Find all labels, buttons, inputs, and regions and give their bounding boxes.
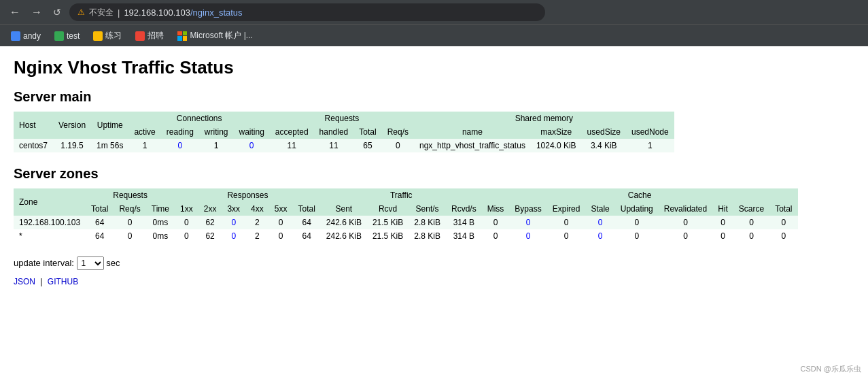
cell-expired: 0 [547,229,586,243]
cell-updating: 0 [615,216,659,229]
cell-r5xx: 0 [269,216,293,229]
cell-r5xx: 0 [269,229,293,243]
cell-reqps: 0 [114,216,145,229]
col-requests-group: Requests [86,188,175,202]
update-interval-select[interactable]: 125103060 [77,256,104,270]
cell-time: 0ms [146,229,175,243]
zones-header-row-2: Total Req/s Time 1xx 2xx 3xx 4xx 5xx Tot… [14,202,798,216]
bookmark-andy[interactable]: andy [5,29,46,44]
address-bar[interactable]: ⚠ 不安全 | 192.168.100.103/nginx_status [69,3,545,21]
col-miss: Miss [482,202,510,216]
cell-r2xx: 62 [198,216,222,229]
col-zreqps: Req/s [114,202,145,216]
zones-header-row-1: Zone Requests Responses Traffic Cache [14,188,798,202]
bookmark-microsoft[interactable]: Microsoft 帐户 |... [172,27,258,44]
url-separator: | [118,7,120,18]
cell-total: 64 [86,229,114,243]
cell-r4xx: 2 [245,229,269,243]
col-ztime: Time [146,202,175,216]
col-stale: Stale [585,202,614,216]
cell-usednode: 1 [626,139,674,152]
cell-rcvdps: 314 B [446,229,482,243]
back-button[interactable]: ← [7,3,23,21]
bookmark-job-icon [135,31,145,41]
bookmark-practice-label: 练习 [105,30,122,42]
cell-miss: 0 [482,216,510,229]
cell-rcvdps: 314 B [446,216,482,229]
col-host: Host [14,112,53,139]
json-link[interactable]: JSON [14,277,35,286]
update-interval-container: update interval: 125103060 sec [14,256,854,270]
page-title: Nginx Vhost Traffic Status [14,57,854,78]
col-traffic-group: Traffic [321,188,482,202]
cell-reqps: 0 [382,139,414,152]
col-r3xx: 3xx [222,202,245,216]
cell-updating: 0 [615,229,659,243]
cell-r1xx: 0 [175,229,198,243]
col-rcvd: Rcvd [367,202,409,216]
col-responses-group: Responses [175,188,321,202]
bookmark-test-label: test [67,31,80,41]
col-handled: handled [314,125,354,139]
col-rtotal: Total [292,202,320,216]
cell-rcvd: 21.5 KiB [367,216,409,229]
server-main-heading: Server main [14,89,854,105]
forward-button[interactable]: → [29,3,45,21]
col-updating: Updating [615,202,659,216]
cell-sent: 242.6 KiB [321,216,367,229]
col-zone: Zone [14,188,86,216]
bookmark-job[interactable]: 招聘 [130,27,169,44]
page-content: Nginx Vhost Traffic Status Server main H… [0,46,868,297]
server-zones-heading: Server zones [14,166,854,182]
cell-ctotal: 0 [769,229,797,243]
col-r1xx: 1xx [175,202,198,216]
col-sent: Sent [321,202,367,216]
refresh-button[interactable]: ↺ [50,4,64,20]
security-warning-icon: ⚠ [77,7,85,17]
col-usedsize: usedSize [582,125,626,139]
bookmark-andy-label: andy [23,31,41,41]
cell-stale: 0 [585,216,614,229]
cell-handled: 11 [314,139,354,152]
cell-time: 0ms [146,216,175,229]
insecure-label: 不安全 [89,7,114,18]
cell-bypass: 0 [509,216,546,229]
browser-chrome: ← → ↺ ⚠ 不安全 | 192.168.100.103/nginx_stat… [0,0,868,24]
server-main-section: Server main Host Version Uptime Connecti… [14,89,854,152]
bookmark-test[interactable]: test [49,29,85,44]
cell-writing: 1 [199,139,234,152]
cell-zone: * [14,229,86,243]
server-zones-table: Zone Requests Responses Traffic Cache To… [14,188,798,243]
col-shared-memory-group: Shared memory [414,112,674,125]
bookmark-andy-icon [11,31,20,41]
cell-r2xx: 62 [198,229,222,243]
col-version: Version [53,112,91,139]
cell-hit: 0 [712,216,733,229]
cell-r3xx: 0 [222,216,245,229]
url-host: 192.168.100.103 [124,7,190,18]
cell-reqps: 0 [114,229,145,243]
github-link[interactable]: GITHUB [48,277,78,286]
col-uptime: Uptime [91,112,128,139]
col-maxsize: maxSize [531,125,582,139]
cell-bypass: 0 [509,229,546,243]
cell-version: 1.19.5 [53,139,91,152]
cell-hit: 0 [712,229,733,243]
col-reading: reading [161,125,199,139]
cell-total: 64 [86,216,114,229]
footer-separator: | [40,277,42,286]
bookmark-test-icon [54,31,64,41]
col-r2xx: 2xx [198,202,222,216]
cell-r4xx: 2 [245,216,269,229]
col-connections-group: Connections [128,112,269,125]
col-bypass: Bypass [509,202,546,216]
cell-revalidated: 0 [659,216,712,229]
cell-sentps: 2.8 KiB [409,216,446,229]
bookmark-practice[interactable]: 练习 [88,27,127,44]
bookmark-practice-icon [93,31,103,41]
col-reqps: Req/s [382,125,414,139]
zones-data-row: 192.168.100.1036400ms06202064242.6 KiB21… [14,216,798,229]
footer-links: JSON | GITHUB [14,277,854,286]
bookmark-job-label: 招聘 [147,30,164,42]
cell-maxsize: 1024.0 KiB [531,139,582,152]
